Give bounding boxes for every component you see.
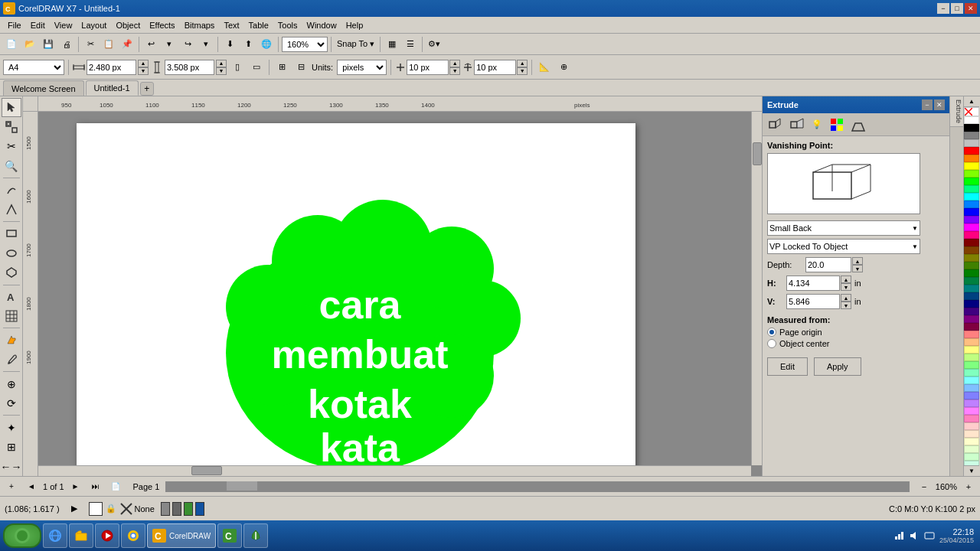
artwork-container[interactable]: cara membuat kotak kata bbox=[199, 200, 505, 476]
radio-object-center-btn[interactable] bbox=[767, 339, 776, 348]
palette-color-13[interactable] bbox=[964, 216, 979, 223]
table-tool[interactable] bbox=[2, 307, 21, 326]
menu-text[interactable]: Text bbox=[219, 19, 243, 31]
palette-color-40[interactable] bbox=[964, 422, 979, 430]
palette-color-38[interactable] bbox=[964, 407, 979, 415]
last-page-button[interactable]: ⏭ bbox=[87, 480, 104, 494]
palette-color-24[interactable] bbox=[964, 300, 979, 308]
color-button[interactable] bbox=[827, 116, 847, 133]
portrait-button[interactable]: ▯ bbox=[229, 59, 246, 76]
height-down[interactable]: ▼ bbox=[216, 67, 227, 75]
menu-file[interactable]: File bbox=[3, 19, 26, 31]
nudge2-up[interactable]: ▲ bbox=[517, 60, 528, 67]
nudge-input[interactable] bbox=[407, 60, 449, 75]
hscrollbar[interactable] bbox=[38, 465, 751, 476]
bleed-button[interactable]: ⊟ bbox=[292, 59, 309, 76]
palette-color-10[interactable] bbox=[964, 193, 979, 201]
zoom-out-button[interactable]: − bbox=[916, 480, 933, 494]
palette-down-arrow[interactable]: ▼ bbox=[964, 465, 979, 476]
palette-color-37[interactable] bbox=[964, 399, 979, 407]
h-input[interactable] bbox=[786, 276, 840, 291]
palette-color-25[interactable] bbox=[964, 308, 979, 315]
close-button[interactable]: ✕ bbox=[965, 3, 977, 14]
extrude-type1-button[interactable] bbox=[766, 116, 786, 133]
palette-color-28[interactable] bbox=[964, 331, 979, 338]
snap-to-button[interactable]: Snap To ▾ bbox=[335, 36, 377, 53]
ellipse-tool[interactable] bbox=[2, 243, 21, 262]
palette-color-3[interactable] bbox=[964, 139, 979, 147]
menu-edit[interactable]: Edit bbox=[26, 19, 50, 31]
palette-color-20[interactable] bbox=[964, 269, 979, 277]
lighting-button[interactable]: 💡 bbox=[808, 116, 825, 133]
menu-window[interactable]: Window bbox=[302, 19, 341, 31]
drawing-scale-button[interactable]: 📐 bbox=[536, 59, 553, 76]
palette-color-5[interactable] bbox=[964, 155, 979, 162]
menu-bitmaps[interactable]: Bitmaps bbox=[180, 19, 220, 31]
width-input[interactable] bbox=[87, 60, 136, 75]
palette-color-32[interactable] bbox=[964, 361, 979, 369]
zoom-in-button[interactable]: + bbox=[960, 480, 977, 494]
palette-color-16[interactable] bbox=[964, 239, 979, 246]
palette-color-9[interactable] bbox=[964, 185, 979, 193]
crop-tool[interactable]: ✂ bbox=[2, 137, 21, 156]
copy-button[interactable]: 📋 bbox=[100, 36, 117, 53]
extrude-type2-button[interactable] bbox=[787, 116, 807, 133]
menu-tools[interactable]: Tools bbox=[273, 19, 302, 31]
rectangle-tool[interactable] bbox=[2, 224, 21, 243]
options-button[interactable]: ⚙▾ bbox=[426, 36, 443, 53]
radio-page-origin[interactable]: Page origin bbox=[767, 328, 945, 337]
depth-up-button[interactable]: ▲ bbox=[852, 257, 863, 265]
palette-color-43[interactable] bbox=[964, 445, 979, 453]
redo-button[interactable]: ↪ bbox=[179, 36, 196, 53]
next-page-button[interactable]: ► bbox=[67, 480, 84, 494]
smart-draw-tool[interactable] bbox=[2, 201, 21, 220]
h-down-button[interactable]: ▼ bbox=[841, 283, 851, 291]
menu-layout[interactable]: Layout bbox=[77, 19, 111, 31]
add-tab-button[interactable]: + bbox=[140, 82, 154, 96]
shape-tool[interactable] bbox=[2, 118, 21, 137]
menu-help[interactable]: Help bbox=[341, 19, 368, 31]
view-mode1[interactable]: ▦ bbox=[384, 36, 400, 53]
minimize-button[interactable]: − bbox=[937, 3, 949, 14]
effects-tool[interactable]: ✦ bbox=[2, 418, 21, 437]
palette-none[interactable] bbox=[964, 107, 979, 116]
export-button[interactable]: ⬆ bbox=[240, 36, 256, 53]
palette-color-26[interactable] bbox=[964, 315, 979, 323]
page-size-select[interactable]: A4 bbox=[3, 60, 64, 75]
height-input[interactable] bbox=[165, 60, 214, 75]
redo-dropdown[interactable]: ▾ bbox=[198, 36, 214, 53]
landscape-button[interactable]: ▭ bbox=[248, 59, 265, 76]
palette-color-22[interactable] bbox=[964, 285, 979, 292]
taskbar-inkscape[interactable] bbox=[243, 523, 268, 548]
undo-button[interactable]: ↩ bbox=[142, 36, 159, 53]
canvas[interactable]: cara membuat kotak kata bbox=[38, 112, 762, 476]
palette-color-11[interactable] bbox=[964, 201, 979, 208]
fill-tool[interactable] bbox=[2, 331, 21, 350]
start-button[interactable] bbox=[3, 523, 41, 548]
palette-color-27[interactable] bbox=[964, 323, 979, 331]
extrude-tab-label[interactable]: Extrude bbox=[950, 96, 964, 127]
tab-welcome[interactable]: Welcome Screen bbox=[3, 80, 84, 96]
width-up[interactable]: ▲ bbox=[138, 60, 149, 67]
vscrollbar[interactable] bbox=[751, 112, 762, 465]
taskbar-coreldraw2[interactable]: C bbox=[217, 523, 242, 548]
text-tool[interactable]: A bbox=[2, 287, 21, 306]
view-mode2[interactable]: ☰ bbox=[402, 36, 419, 53]
units-button[interactable]: ⊞ bbox=[273, 59, 290, 76]
palette-color-2[interactable] bbox=[964, 132, 979, 139]
apply-button[interactable]: Apply bbox=[814, 357, 861, 376]
palette-color-1[interactable] bbox=[964, 124, 979, 132]
prev-page-button[interactable]: ◄ bbox=[23, 480, 40, 494]
radio-page-origin-btn[interactable] bbox=[767, 328, 776, 337]
freehand-tool[interactable] bbox=[2, 181, 21, 200]
palette-color-33[interactable] bbox=[964, 369, 979, 377]
palette-color-23[interactable] bbox=[964, 292, 979, 300]
zoom-tool[interactable]: 🔍 bbox=[2, 157, 21, 176]
v-up-button[interactable]: ▲ bbox=[841, 294, 851, 302]
polygon-tool[interactable] bbox=[2, 263, 21, 282]
undo-dropdown[interactable]: ▾ bbox=[161, 36, 178, 53]
v-down-button[interactable]: ▼ bbox=[841, 302, 851, 309]
eyedropper-tool[interactable] bbox=[2, 350, 21, 370]
palette-color-0[interactable] bbox=[964, 116, 979, 124]
palette-color-36[interactable] bbox=[964, 392, 979, 399]
